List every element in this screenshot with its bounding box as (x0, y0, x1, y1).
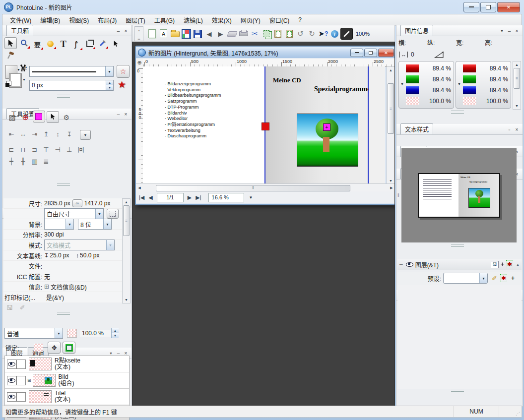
layer2-expander-icon[interactable]: ⊞ (27, 378, 31, 383)
arrow-mode-button[interactable] (47, 111, 59, 123)
align-top-icon[interactable]: ↥ (41, 130, 51, 138)
toolbox-header[interactable]: 工具箱 –× (2, 25, 131, 36)
redo-button[interactable]: ↻ (306, 28, 318, 39)
same-size-icon[interactable]: ▥ (30, 157, 40, 165)
adjustment-icon[interactable]: ✱ (506, 260, 513, 268)
selection-handle[interactable] (262, 122, 269, 130)
baseline-spacing-value[interactable]: 50.0 px (80, 252, 99, 259)
default-colors-icon[interactable] (5, 83, 9, 87)
shape-tool[interactable] (45, 38, 56, 49)
lock-frame-button[interactable] (63, 342, 75, 354)
doc-scroll-up-icon[interactable]: ▲ (389, 67, 393, 73)
panel-splitter-grip5[interactable] (451, 244, 464, 247)
pointer-tool[interactable] (110, 38, 122, 49)
size-mode-dropdown-arrow[interactable]: ▼ (95, 209, 103, 219)
stroke-width-input[interactable]: 0 px ▲▼ (29, 80, 114, 91)
expand-info-icon[interactable]: ⊞ (44, 283, 49, 290)
canvas[interactable]: - Bildanzeigeprogramm - Vektorprogramm -… (143, 66, 385, 183)
layer-row-bild[interactable]: ⊞ Bild(组合) (5, 372, 129, 389)
doc-titlebar[interactable]: 新的图片 (Hintergrund, 矢量图, 1476x1535, 17%) … (136, 47, 395, 58)
toolbar-grip[interactable]: ×‗ (134, 26, 143, 41)
preview-thumbnail[interactable]: Meine CD Spezialprogramme (418, 173, 500, 218)
page-format-button[interactable] (107, 209, 119, 219)
text-style-close-icon[interactable]: × (513, 127, 521, 133)
page-left[interactable]: - Bildanzeigeprogramm - Vektorprogramm -… (143, 66, 265, 183)
distribute-middle-icon[interactable]: ⊣ (53, 145, 63, 153)
link-dimensions-icon[interactable]: ∞ (72, 199, 82, 207)
stroke-width-value[interactable]: 0 px (30, 82, 106, 89)
distribute-center-h-icon[interactable]: ⊓ (18, 145, 28, 153)
work-layer-name[interactable]: 图层(&T) (415, 260, 439, 269)
align-options-dropdown[interactable]: ▼ (80, 130, 91, 140)
layer2-name[interactable]: Bild (59, 373, 68, 380)
line-style-dropdown-arrow[interactable]: ▼ (105, 66, 113, 76)
doc-hscroll-thumb[interactable]: ⦀ (156, 185, 350, 191)
paste-as-button[interactable] (283, 28, 295, 39)
settings-gear-icon[interactable]: ⚙ (61, 112, 72, 123)
first-page-button[interactable]: |◀ (139, 194, 144, 201)
size-height-value[interactable]: 1417.0 px (84, 200, 111, 207)
transform-mode-icon[interactable]: ▨ (6, 112, 18, 123)
bit-depth-dropdown[interactable]: 8 位 ▼ (78, 219, 112, 230)
menu-filter[interactable]: 滤镜(L) (179, 15, 207, 25)
stroke-color-dropdown-icon[interactable]: ▼ (22, 78, 26, 81)
effect-icon[interactable]: ✱ (500, 274, 507, 282)
background-color-dropdown[interactable]: ▼ (44, 219, 74, 230)
cut-button[interactable]: ✂ (249, 28, 261, 39)
close-button[interactable]: ✕ (497, 2, 520, 12)
image-info-close-icon[interactable]: × (513, 28, 521, 34)
doc-vscroll-thumb[interactable] (388, 83, 394, 134)
size-width-value[interactable]: 2835.0 px (44, 200, 70, 207)
layer-row-rueckseite[interactable]: R點kseite(文本) (5, 356, 129, 372)
select-tool[interactable] (4, 37, 17, 49)
page-number-field[interactable]: 1/1 (157, 193, 184, 202)
menu-layout[interactable]: 布局(J) (93, 15, 121, 25)
scroll-down-icon[interactable]: ▼ (125, 297, 128, 303)
paste-button[interactable] (272, 28, 283, 39)
minimize-button[interactable] (463, 2, 479, 12)
layer2-select-checkbox[interactable] (16, 376, 26, 385)
layer-row-titel[interactable]: Titel(文本) (5, 389, 129, 405)
ruler-origin-icon[interactable]: ⊕ (136, 59, 143, 67)
panel-splitter-grip6[interactable] (451, 389, 464, 392)
layer3-thumbnail[interactable] (29, 390, 52, 403)
scrollbar-thumb[interactable] (123, 205, 130, 236)
distribute-left-icon[interactable]: ⊏ (6, 145, 16, 153)
align-bottom-icon[interactable]: ↧ (65, 130, 74, 138)
menu-file[interactable]: 文件(W) (5, 15, 36, 25)
lock-position-button[interactable]: ✥ (48, 342, 61, 354)
center-in-page-icon[interactable]: 回 (76, 145, 86, 153)
work-layer-row[interactable]: – 图层(&T) 🖫 + ✱ ▲ (397, 259, 522, 270)
layer2-thumbnail[interactable] (33, 374, 56, 387)
align-left-icon[interactable]: ⇤ (6, 130, 16, 138)
image-info-minimize-icon[interactable]: – (506, 28, 513, 34)
add-layer-icon[interactable]: + (501, 261, 504, 268)
toolbox-minimize-icon[interactable]: – (115, 28, 122, 34)
same-width-icon[interactable]: ┿ (6, 157, 16, 165)
baseline-offset-value[interactable]: 25.0 px (50, 252, 69, 259)
resize-grip[interactable]: ⋰ (499, 406, 522, 417)
align-center-h-icon[interactable]: ↔ (18, 130, 28, 138)
open-button[interactable] (169, 28, 181, 39)
preset-dropdown[interactable]: ▼ (443, 273, 488, 284)
copy-button[interactable] (261, 28, 272, 39)
panel-splitter-grip2[interactable] (57, 183, 70, 186)
layer1-visible-toggle[interactable] (7, 360, 16, 369)
image-info-menu-icon[interactable]: ▼ (498, 28, 506, 34)
layer1-select-checkbox[interactable] (16, 360, 26, 369)
layer3-name[interactable]: Titel (55, 390, 66, 397)
preview-body[interactable]: ‖ Meine CD Spezialprogramme (401, 148, 517, 242)
align-center-v-icon[interactable]: ↕ (53, 130, 63, 138)
browse-button[interactable] (181, 28, 192, 39)
lock-transparency-swatch[interactable] (34, 344, 43, 352)
fill-color-dropdown-icon[interactable]: ▼ (17, 68, 20, 71)
blend-mode-dropdown[interactable]: 普通 ▼ (4, 328, 63, 339)
tree-image[interactable]: + (297, 114, 358, 167)
document-window[interactable]: 新的图片 (Hintergrund, 矢量图, 1476x1535, 17%) … (135, 46, 395, 205)
star-outline-button[interactable]: ☆ (117, 65, 130, 78)
scroll-down-icon[interactable]: ▼ (515, 103, 519, 109)
crosshair-target-icon[interactable]: ⊕ (19, 112, 31, 123)
layer1-thumbnail[interactable] (29, 358, 52, 370)
layer3-select-checkbox[interactable] (16, 392, 26, 402)
doc-props-scrollbar[interactable]: ▲ ▼ (122, 198, 131, 303)
